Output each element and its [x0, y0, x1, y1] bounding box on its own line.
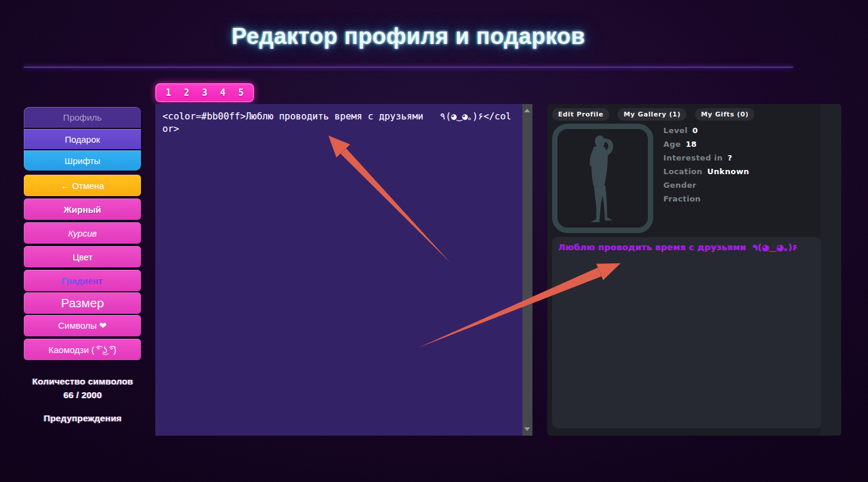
code-page-tab-4[interactable]: 4 — [218, 86, 228, 99]
kaomoji-button[interactable]: Каомодзи ( ͡° ͜ʖ ͡°) — [24, 339, 141, 360]
char-count-value: 66 / 2000 — [12, 390, 153, 400]
stat-label: Gender — [663, 181, 697, 190]
sidebar-item-gift[interactable]: Подарок — [24, 129, 141, 149]
size-button[interactable]: Размер — [24, 292, 141, 314]
stat-interested-in: Interested in ? — [663, 151, 749, 165]
stat-fraction: Fraction — [663, 192, 749, 206]
bold-button[interactable]: Жирный — [24, 199, 141, 220]
stat-label: Interested in — [663, 153, 723, 162]
stat-label: Age — [663, 140, 681, 149]
profile-preview-panel: Edit Profile My Gallery (1) My Gifts (0)… — [547, 104, 841, 436]
sidebar-item-fonts[interactable]: Шрифты — [24, 150, 141, 171]
stat-label: Location — [663, 167, 703, 176]
stat-location: Location Unknown — [663, 165, 749, 178]
profile-gift-editor-app: Редактор профиля и подарков Профиль Пода… — [0, 0, 868, 482]
code-editor[interactable]: <color=#bb00ff>Люблю проводить время с д… — [155, 104, 522, 436]
scroll-down-icon[interactable] — [524, 427, 530, 431]
stat-level: Level 0 — [663, 124, 749, 137]
stat-age: Age 18 — [663, 137, 749, 151]
avatar — [552, 124, 653, 233]
code-text: <color=#bb00ff>Люблю проводить время с д… — [162, 111, 511, 134]
sidebar-item-profile[interactable]: Профиль — [24, 107, 141, 128]
profile-preview-tabs: Edit Profile My Gallery (1) My Gifts (0) — [552, 108, 754, 121]
tab-my-gallery[interactable]: My Gallery (1) — [618, 108, 687, 121]
stat-label: Level — [663, 126, 688, 135]
color-button[interactable]: Цвет — [24, 246, 141, 267]
gradient-button[interactable]: Градиент — [24, 270, 141, 291]
warnings-label: Предупреждения — [12, 413, 153, 423]
bio-preview-text: Люблю проводить время с друзьями ٩(◕‿◕｡)… — [558, 242, 797, 252]
tab-my-gifts[interactable]: My Gifts (0) — [695, 108, 754, 121]
char-count-label: Количество символов — [12, 376, 153, 386]
stat-label: Fraction — [663, 194, 701, 203]
tab-edit-profile[interactable]: Edit Profile — [552, 108, 609, 121]
code-page-tab-1[interactable]: 1 — [163, 86, 173, 99]
symbols-button[interactable]: Символы ❤ — [24, 315, 141, 336]
profile-stats: Level 0 Age 18 Interested in ? Location … — [663, 124, 749, 206]
stat-value: 0 — [692, 126, 698, 135]
panel-scroll-gutter — [820, 104, 841, 436]
stat-gender: Gender — [663, 178, 749, 192]
stat-value: 18 — [685, 140, 697, 149]
editor-scrollbar[interactable] — [522, 104, 532, 436]
italic-button[interactable]: Курсив — [24, 222, 141, 244]
code-page-tab-2[interactable]: 2 — [181, 86, 192, 99]
page-title: Редактор профиля и подарков — [24, 24, 793, 49]
code-page-tab-5[interactable]: 5 — [236, 86, 246, 99]
title-divider — [24, 67, 793, 68]
code-page-tab-3[interactable]: 3 — [199, 86, 209, 99]
undo-button[interactable]: ← Отмена — [24, 175, 141, 196]
scroll-up-icon[interactable] — [524, 109, 530, 112]
stat-value: Unknown — [707, 167, 750, 176]
bio-preview-box: Люблю проводить время с друзьями ٩(◕‿◕｡)… — [552, 237, 821, 429]
gradient-button-label: Градиент — [62, 276, 103, 286]
stat-value: ? — [728, 153, 732, 162]
code-page-tabs: 1 2 3 4 5 — [155, 83, 254, 102]
avatar-silhouette-icon — [568, 134, 638, 228]
